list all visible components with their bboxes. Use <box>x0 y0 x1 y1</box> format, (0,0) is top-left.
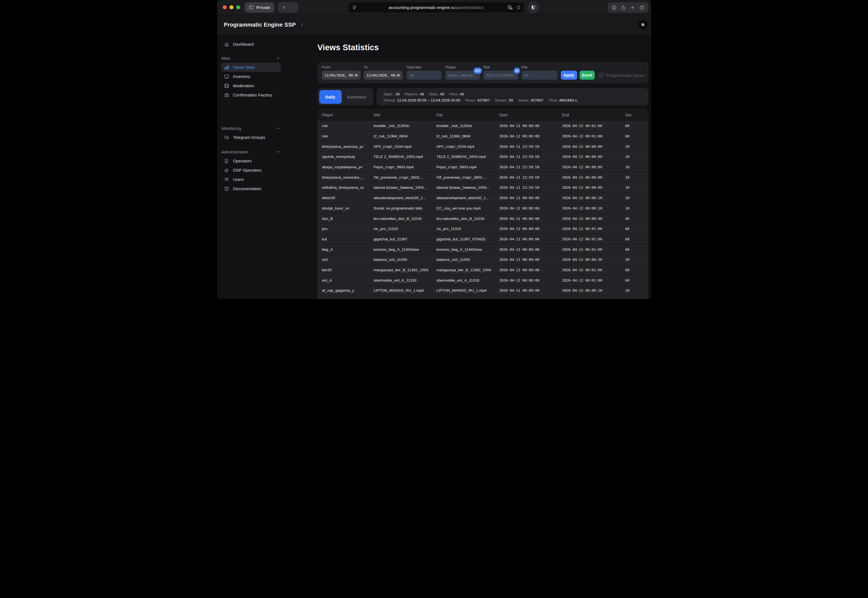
cell-player: seifullina_timiryazeva_sz <box>322 185 374 190</box>
browser-chrome: Private accounting.programmatic-engine.r… <box>217 0 651 15</box>
url-text: accounting.programmatic-engine.ru/panel/… <box>349 5 524 10</box>
sidebar-item-moderation[interactable]: Moderation <box>221 81 281 90</box>
slot-count-badge: 12 <box>514 67 520 74</box>
cell-start: 2026-04-12 00:00:00 <box>499 206 562 210</box>
sidebar-item-dashboard[interactable]: Dashboard <box>221 40 281 49</box>
cell-sec: 60 <box>626 247 648 251</box>
sidebar-item-label: Dashboard <box>233 42 254 46</box>
chevron-up-icon <box>276 126 280 130</box>
film-icon <box>224 83 229 89</box>
sidebar-item-label: Confirmation Factory <box>233 93 272 97</box>
sidebar-item-label: Users <box>233 177 244 182</box>
summary-item: Players:All <box>404 92 424 97</box>
operator-input[interactable] <box>407 71 441 80</box>
cell-player: sputnik_momyshuly <box>322 154 374 159</box>
from-date-input[interactable] <box>322 71 361 80</box>
to-date-input[interactable] <box>364 71 403 80</box>
sidebar-section-monitoring[interactable]: Monitoring <box>221 126 281 131</box>
share-icon[interactable] <box>621 5 626 10</box>
tab-daily[interactable]: Daily <box>319 90 342 104</box>
sidebar-collapse-icon[interactable] <box>299 22 305 27</box>
sidebar-item-views-stats[interactable]: Views Stats <box>221 63 281 72</box>
cell-sec: 10 <box>626 145 648 149</box>
chevron-up-icon <box>276 150 280 154</box>
cell-slot: balance_sch_11050 <box>374 257 437 262</box>
back-button[interactable] <box>281 5 286 10</box>
megaphone-icon <box>224 167 229 173</box>
app-title: Programmatic Engine SSP <box>224 22 296 28</box>
bar-chart-icon <box>224 64 229 70</box>
cell-slot: LIPTON_MANGO_RU_1.mp4 <box>374 289 437 293</box>
new-tab-icon[interactable] <box>630 5 635 10</box>
table-row: abaya_rozybakiyeva_yv Pepsi_старт_0603.m… <box>317 162 648 172</box>
zoom-button[interactable] <box>236 5 240 9</box>
cell-player: don_B <box>322 217 374 221</box>
slot-input[interactable] <box>483 71 518 80</box>
downloads-icon[interactable] <box>611 5 617 10</box>
shield-icon <box>530 5 536 10</box>
column-header-player: Player <box>322 113 374 117</box>
column-header-sec: Sec. <box>626 113 648 117</box>
file-input[interactable] <box>522 71 557 80</box>
cell-sec: 10 <box>626 196 648 200</box>
table-row: timiryazeva_auezova_yv АРУ_старт_0104.mp… <box>317 141 648 151</box>
user-avatar[interactable]: N <box>638 20 648 30</box>
table-row: ent_A sbermobile_ent_A_11316 sbermobile_… <box>317 275 648 285</box>
summary-item: Files:All <box>449 92 464 97</box>
table-row: don_B les-naturelles_don_B_11016 les-nat… <box>317 213 648 224</box>
sidebar-item-inventory[interactable]: Inventory <box>221 72 281 81</box>
tab-overview-icon[interactable] <box>639 5 645 10</box>
cell-player: nvk <box>322 134 374 138</box>
cell-file: Pepsi_старт_0603.mp4 <box>437 165 499 169</box>
camera-icon <box>224 92 229 98</box>
translate-icon[interactable] <box>507 5 513 10</box>
table-row: ektsh30 atlasdevelopment_ektsh30_1... at… <box>317 193 648 203</box>
reload-icon[interactable] <box>516 5 521 10</box>
sidebar-item-confirmation-factory[interactable]: Confirmation Factory <box>221 90 281 100</box>
cell-file: I'M_усиление_старт_2603.... <box>437 175 499 179</box>
sidebar-section-main[interactable]: Main <box>221 55 281 61</box>
cell-start: 2026-04-12 00:00:00 <box>499 289 562 293</box>
book-icon <box>224 186 229 191</box>
minimize-button[interactable] <box>229 5 233 9</box>
shield-extension-button[interactable] <box>528 1 539 13</box>
cell-end: 2026-04-12 00:01:00 <box>562 134 626 138</box>
cell-file: АРУ_старт_0104.mp4 <box>437 145 499 149</box>
excel-button[interactable]: Excel <box>579 71 595 80</box>
cell-start: 2026-04-12 00:00:00 <box>499 247 562 251</box>
forward-button[interactable] <box>290 5 295 10</box>
table-row: nazarbayeva_tolebi_sv Dragon Digital Lab… <box>317 296 648 299</box>
tab-summary[interactable]: Summary <box>342 94 372 99</box>
url-path: /panel/statistics <box>455 5 483 10</box>
cell-sec: 60 <box>626 278 648 283</box>
close-button[interactable] <box>223 5 227 9</box>
sidebar-item-label: Documentation <box>233 186 262 191</box>
programmatic-prices-checkbox[interactable] <box>599 73 603 78</box>
sidebar-item-documentation[interactable]: Documentation <box>221 184 281 193</box>
cell-slot: kosmos_beg_A_11443new <box>374 247 437 251</box>
cell-sec: 10 <box>626 289 648 293</box>
cell-start: 2026-04-12 00:00:00 <box>499 299 562 299</box>
sidebar-item-users[interactable]: Users <box>221 175 281 184</box>
to-label: To <box>364 65 403 69</box>
sidebar-item-telegram-groups[interactable]: Telegram Groups <box>221 133 281 142</box>
url-bar[interactable]: accounting.programmatic-engine.ru/panel/… <box>349 2 524 13</box>
apply-button[interactable]: Apply <box>561 71 577 80</box>
cell-sec: 10 <box>626 175 648 179</box>
cell-start: 2026-04-12 00:00:00 <box>499 196 562 200</box>
cell-file: sbermobile_ent_A_11316 <box>437 278 499 283</box>
cell-end: 2026-04-12 00:00:10 <box>562 206 626 210</box>
sidebar-section-administration[interactable]: Administration <box>221 149 281 154</box>
sidebar-item-operators[interactable]: Operators <box>221 156 281 166</box>
cell-end: 2026-04-12 00:00:40 <box>562 217 626 221</box>
cell-end: 2026-04-12 00:01:00 <box>562 278 626 283</box>
table-header: Player Slot File Start End Sec. <box>317 109 648 121</box>
private-mode-button[interactable]: Private <box>245 2 274 13</box>
section-label: Administration <box>221 150 248 154</box>
url-host: accounting.programmatic-engine.ru <box>389 5 455 10</box>
cell-end: 2026-04-12 00:00:09 <box>562 185 626 190</box>
cell-slot: gigachat_kut_11367 <box>374 237 437 241</box>
table-row: kut gigachat_kut_11367 gigachat_kut_1136… <box>317 234 648 244</box>
sidebar-item-dsp-operators[interactable]: DSP Operators <box>221 166 281 175</box>
reader-icon[interactable] <box>352 5 357 10</box>
